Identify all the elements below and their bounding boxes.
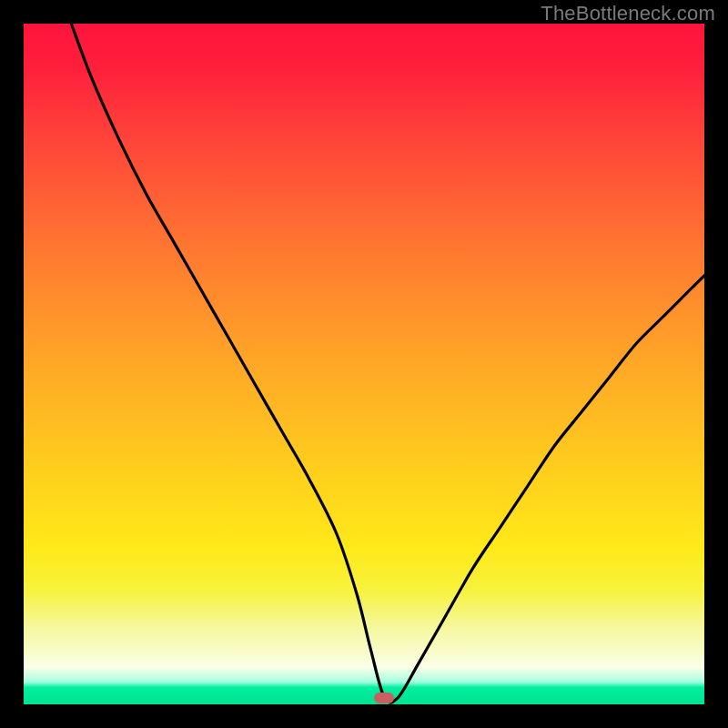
optimal-marker [374, 693, 394, 703]
bottleneck-curve [24, 24, 704, 704]
watermark-text: TheBottleneck.com [541, 2, 715, 25]
plot-area [24, 24, 704, 704]
chart-frame: TheBottleneck.com [0, 0, 728, 728]
